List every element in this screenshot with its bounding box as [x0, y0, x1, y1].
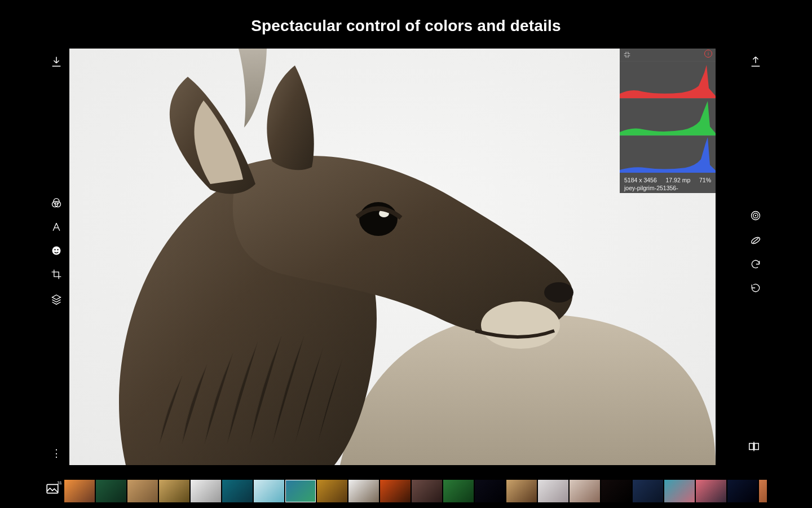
- image-canvas[interactable]: [69, 49, 716, 465]
- thumbnail[interactable]: [538, 480, 568, 502]
- svg-point-4: [54, 249, 55, 250]
- compare-icon: [748, 440, 760, 453]
- more-icon: ⋮: [51, 448, 62, 459]
- layers-button[interactable]: [48, 294, 65, 307]
- face-button[interactable]: [48, 245, 65, 259]
- crop-icon: [51, 269, 62, 280]
- svg-rect-19: [47, 484, 58, 493]
- histogram-blue: [620, 135, 716, 173]
- thumbnail[interactable]: [127, 480, 158, 502]
- thumbnail[interactable]: [380, 480, 411, 502]
- text-icon: [51, 221, 62, 233]
- thumbnail[interactable]: [64, 480, 95, 502]
- thumbnail[interactable]: [348, 480, 379, 502]
- face-icon: [51, 245, 62, 256]
- svg-point-5: [57, 249, 58, 250]
- main-image: [69, 49, 716, 465]
- thumbnail[interactable]: [633, 480, 663, 502]
- radial-button[interactable]: [747, 210, 764, 224]
- image-filename: joey-pilgrim-251356-unsplash.jpg: [624, 184, 711, 200]
- import-button[interactable]: [48, 55, 65, 70]
- layers-icon: [51, 294, 62, 305]
- rotate-icon: [750, 282, 761, 294]
- thumbnail[interactable]: [159, 480, 189, 502]
- zoom-level: 71%: [699, 176, 711, 184]
- thumbnail[interactable]: [570, 480, 600, 502]
- filters-button[interactable]: [48, 198, 65, 211]
- thumbnail[interactable]: [191, 480, 221, 502]
- venn-icon: [51, 198, 62, 209]
- thumbnail[interactable]: [222, 480, 253, 502]
- heal-button[interactable]: [747, 235, 764, 248]
- filmstrip: 31: [45, 479, 767, 503]
- thumbnail[interactable]: [475, 480, 505, 502]
- thumbnail[interactable]: [727, 480, 758, 502]
- svg-point-16: [544, 282, 573, 303]
- histogram-red: [620, 61, 716, 98]
- svg-point-8: [755, 215, 757, 217]
- svg-rect-12: [754, 444, 758, 450]
- image-dimensions: 5184 x 3456: [624, 176, 657, 184]
- svg-point-3: [52, 247, 61, 255]
- svg-point-15: [481, 301, 560, 349]
- compare-button[interactable]: [748, 440, 760, 455]
- collapse-icon[interactable]: [623, 51, 631, 60]
- thumbnail[interactable]: [96, 480, 126, 502]
- thumbnail[interactable]: [664, 480, 695, 502]
- text-button[interactable]: [48, 221, 65, 235]
- histogram-meta: 5184 x 3456 17.92 mp 71% joey-pilgrim-25…: [620, 173, 716, 198]
- crop-button[interactable]: [48, 269, 65, 282]
- export-button[interactable]: [747, 55, 764, 70]
- marketing-tagline: Spectacular control of colors and detail…: [0, 17, 812, 35]
- upload-icon: [749, 55, 762, 68]
- info-icon[interactable]: i: [704, 50, 712, 58]
- filmstrip-count: 31: [57, 480, 62, 485]
- thumbnail[interactable]: [285, 480, 316, 502]
- histogram-panel[interactable]: i 5184 x 3456 17.92 mp 71% joey-pilgrim-…: [620, 49, 716, 193]
- thumbnail-row: [64, 480, 767, 502]
- thumbnail[interactable]: [412, 480, 442, 502]
- thumbnail[interactable]: [443, 480, 474, 502]
- thumbnail[interactable]: [317, 480, 347, 502]
- reset-button[interactable]: [747, 282, 764, 296]
- undo-button[interactable]: [747, 259, 764, 272]
- app-frame: Spectacular control of colors and detail…: [0, 0, 812, 508]
- thumbnail[interactable]: [759, 480, 767, 502]
- filmstrip-count-button[interactable]: 31: [45, 481, 61, 501]
- undo-icon: [750, 259, 761, 270]
- thumbnail[interactable]: [601, 480, 632, 502]
- thumbnail[interactable]: [254, 480, 284, 502]
- svg-rect-11: [749, 444, 753, 450]
- thumbnail[interactable]: [506, 480, 537, 502]
- download-icon: [50, 55, 63, 68]
- target-icon: [750, 210, 761, 221]
- histogram-green: [620, 98, 716, 135]
- thumbnail[interactable]: [696, 480, 726, 502]
- image-megapixels: 17.92 mp: [666, 176, 691, 184]
- bandage-icon: [750, 235, 761, 246]
- more-button[interactable]: ⋮: [48, 447, 65, 459]
- histogram-header: i: [620, 49, 716, 61]
